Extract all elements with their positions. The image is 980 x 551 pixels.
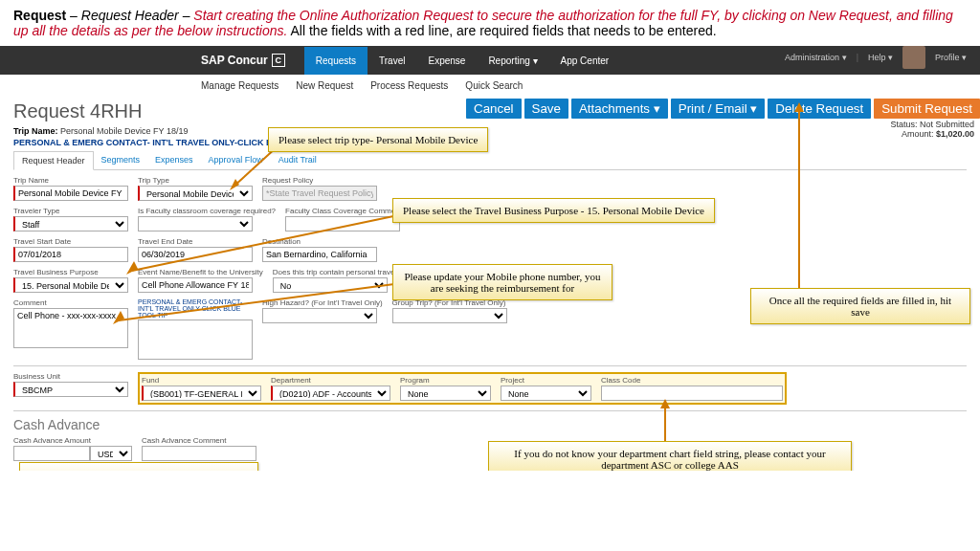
event-name-input[interactable]	[138, 277, 253, 293]
trip-type-select[interactable]: Personal Mobile Device	[138, 186, 253, 201]
tabs: Request Header Segments Expenses Approva…	[13, 151, 967, 170]
callout-cash: Personal Mobile Device do not allow Cash…	[19, 462, 258, 471]
help-link[interactable]: Help ▾	[868, 53, 893, 62]
purpose-select[interactable]: 15. Personal Mobile Device	[13, 277, 128, 293]
admin-link[interactable]: Administration ▾	[785, 53, 847, 62]
class-code-input[interactable]	[601, 386, 783, 401]
traveler-type-select[interactable]: Staff	[13, 216, 128, 231]
trip-name-input[interactable]	[13, 186, 128, 201]
tab-approval[interactable]: Approval Flow	[201, 151, 271, 169]
subnav-manage[interactable]: Manage Requests	[201, 80, 278, 91]
tab-segments[interactable]: Segments	[94, 151, 148, 169]
save-button[interactable]: Save	[524, 99, 568, 119]
program-select[interactable]: None	[400, 386, 491, 401]
callout-chartfield: If you do not know your department chart…	[488, 441, 852, 471]
faculty-coverage-select[interactable]	[138, 216, 253, 231]
subnav-process[interactable]: Process Requests	[370, 80, 448, 91]
action-buttons: Cancel Save Attachments ▾ Print / Email …	[466, 99, 980, 119]
callout-save: Once all the required fields are filled …	[750, 288, 970, 324]
project-select[interactable]: None	[501, 386, 591, 401]
nav-appcenter[interactable]: App Center	[549, 47, 621, 75]
top-right: Administration ▾ | Help ▾ Profile ▾	[785, 46, 967, 69]
group-trip-select[interactable]	[392, 308, 507, 323]
comment-textarea[interactable]	[13, 308, 128, 348]
brand: SAP ConcurC	[201, 54, 285, 67]
cash-comment-input[interactable]	[142, 446, 256, 461]
chartfield-highlight: Fund(SB001) TF-GENERAL FUND SUPPOR Depar…	[138, 372, 787, 405]
business-unit-select[interactable]: SBCMP	[13, 382, 128, 397]
personal-travel-select[interactable]: No	[273, 277, 388, 293]
currency-select[interactable]: USD	[90, 446, 132, 461]
tab-request-header[interactable]: Request Header	[13, 151, 94, 170]
callout-purpose: Please select the Travel Business Purpos…	[392, 198, 715, 223]
tab-audit[interactable]: Audit Trail	[271, 151, 324, 169]
cancel-button[interactable]: Cancel	[466, 99, 522, 119]
concur-icon: C	[272, 54, 285, 67]
top-bar: SAP ConcurC Requests Travel Expense Repo…	[0, 46, 980, 75]
destination-input[interactable]	[262, 247, 377, 262]
tab-expenses[interactable]: Expenses	[147, 151, 201, 169]
delete-button[interactable]: Delete Request	[768, 99, 871, 119]
callout-trip-type: Please select trip type- Personal Mobile…	[268, 127, 488, 152]
avatar[interactable]	[902, 46, 925, 69]
attachments-button[interactable]: Attachments ▾	[571, 99, 668, 119]
print-button[interactable]: Print / Email ▾	[671, 99, 766, 119]
subnav-new[interactable]: New Request	[296, 80, 353, 91]
submit-button[interactable]: Submit Request	[874, 99, 980, 119]
sub-nav: Manage Requests New Request Process Requ…	[0, 75, 980, 97]
nav-travel[interactable]: Travel	[368, 47, 416, 75]
nav-expense[interactable]: Expense	[416, 47, 477, 75]
cash-amount-input[interactable]	[13, 446, 90, 461]
warning-text: PERSONAL & EMERG CONTACT- INT'L TRAVEL O…	[13, 138, 967, 147]
status-block: Status: Not Submitted Amount: $1,020.00	[890, 120, 974, 139]
faculty-comment-input[interactable]	[285, 216, 400, 231]
trip-name-line: Trip Name: Personal Mobile Device FY 18/…	[13, 126, 967, 136]
page-body: Cancel Save Attachments ▾ Print / Email …	[0, 97, 980, 471]
fund-select[interactable]: (SB001) TF-GENERAL FUND SUPPOR	[142, 386, 261, 401]
department-select[interactable]: (D0210) ADF - Accounts Payable Office	[271, 386, 390, 401]
instruction-banner: Request – Request Header – Start creatin…	[0, 0, 980, 46]
emerg-textarea[interactable]	[138, 320, 253, 360]
request-policy	[262, 186, 377, 201]
nav-reporting[interactable]: Reporting ▾	[477, 47, 548, 75]
callout-phone: Please update your Mobile phone number, …	[392, 264, 612, 300]
nav-requests[interactable]: Requests	[304, 47, 368, 75]
cash-advance-title: Cash Advance	[13, 417, 967, 432]
subnav-quick[interactable]: Quick Search	[465, 80, 523, 91]
end-date-input[interactable]	[138, 247, 253, 262]
hazard-select[interactable]	[262, 308, 377, 323]
main-nav: Requests Travel Expense Reporting ▾ App …	[304, 47, 620, 75]
start-date-input[interactable]	[13, 247, 128, 262]
profile-link[interactable]: Profile ▾	[935, 53, 967, 62]
